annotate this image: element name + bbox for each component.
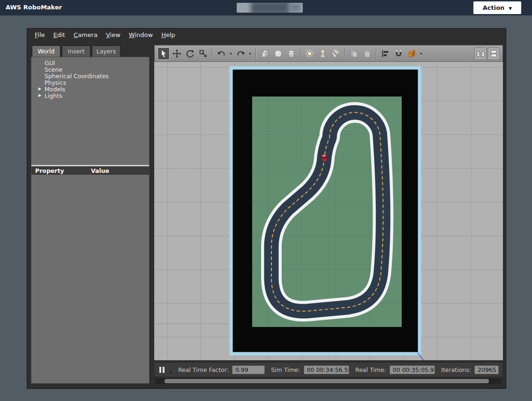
world-panel: GUI Scene Spherical Coordinates Physics … [31,57,150,384]
toolbar-separator [255,48,256,59]
iterations-label: Iterations: [441,366,471,373]
log-icon: LOG [489,49,498,58]
tree-item-label: Lights [45,92,62,99]
snap-button[interactable] [392,47,405,60]
select-tool-button[interactable] [157,47,170,60]
toolbar-separator [345,48,345,59]
real-time-factor-label: Real Time Factor: [178,366,229,373]
undo-icon [217,49,226,58]
view-angle-menu-button[interactable]: ▾ [419,47,424,60]
real-time-label: Real Time: [355,366,386,373]
directional-light-icon [331,49,340,58]
tree-item-lights[interactable]: ▶ Lights [31,92,149,99]
tree-item-label: Spherical Coordinates [45,73,109,80]
horizontal-scrollbar[interactable] [155,378,502,384]
viewport-toolbar: ▾ ▾ [154,45,503,62]
view-angle-button[interactable] [405,47,418,60]
gazebo-window: File Edit Camera View Window Help World … [27,28,506,389]
cursor-icon [159,49,168,58]
tab-layers[interactable]: Layers [92,45,120,57]
pause-button[interactable] [158,366,165,374]
sim-time-value: 00 00:34:56.598 [304,365,350,374]
iterations-value: 20965 [474,365,499,374]
action-button[interactable]: Action ▼ [473,1,521,14]
expander-icon[interactable]: ▶ [38,94,43,97]
menubar: File Edit Camera View Window Help [27,29,506,41]
menu-view[interactable]: View [102,30,125,40]
redo-menu-button[interactable]: ▾ [247,47,253,60]
point-light-icon [305,49,314,58]
tab-insert[interactable]: Insert [62,45,90,57]
tree-item-gui[interactable]: GUI [31,59,149,66]
directional-light-button[interactable] [330,47,342,60]
svg-text:LOG: LOG [491,52,496,55]
scale-icon [199,49,208,58]
screenshot-button[interactable] [474,47,487,60]
undo-button[interactable] [215,47,227,60]
move-icon [172,49,181,58]
tab-world[interactable]: World [32,45,60,57]
spot-light-button[interactable] [316,47,329,60]
simulation-statusbar: Real Time Factor: 0.99 Sim Time: 00 00:3… [154,362,503,377]
redo-button[interactable] [234,47,247,60]
add-cylinder-button[interactable] [285,47,297,60]
brand-title: AWS RoboMaker [6,4,62,11]
toolbar-separator [212,48,212,59]
toolbar-separator [300,48,300,59]
menu-file[interactable]: File [30,30,49,40]
viewport-3d-canvas[interactable] [154,62,503,360]
scrollbar-handle[interactable] [165,379,489,383]
spot-light-icon [318,49,327,58]
menu-window[interactable]: Window [125,30,157,40]
rotate-icon [186,49,195,58]
redo-icon [236,49,245,58]
action-button-label: Action [483,4,505,11]
chevron-down-icon: ▼ [509,6,512,11]
redacted-blur [290,4,300,12]
tree-item-label: GUI [45,59,55,67]
align-button[interactable] [379,47,391,60]
tree-item-scene[interactable]: Scene [31,66,149,73]
magnet-icon [394,49,403,58]
tree-item-label: Physics [45,79,66,86]
menu-camera[interactable]: Camera [69,30,102,40]
tree-item-label: Models [45,86,65,93]
rotate-tool-button[interactable] [184,47,196,60]
add-sphere-button[interactable] [272,47,284,60]
copy-button[interactable] [348,47,360,60]
toolbar-separator [376,48,376,59]
viewport: ▾ ▾ [154,45,503,360]
aws-topbar: AWS RoboMaker Action ▼ [0,0,532,15]
undo-menu-button[interactable]: ▾ [228,47,233,60]
translate-tool-button[interactable] [171,47,183,60]
camera-icon [476,49,485,58]
copy-icon [350,49,359,58]
view-cube-icon [407,49,416,58]
sim-time-label: Sim Time: [271,366,300,373]
tree-item-physics[interactable]: Physics [31,79,149,86]
tree-item-models[interactable]: ▶ Models [31,86,149,92]
sidebar-tabs: World Insert Layers [32,45,120,57]
menu-help[interactable]: Help [157,30,180,40]
value-column-header: Value [87,167,149,174]
real-time-factor-value: 0.99 [232,365,265,374]
point-light-button[interactable] [303,47,315,60]
log-record-button[interactable]: LOG [487,47,500,60]
add-box-button[interactable] [259,47,271,60]
real-time-value: 00 00:35:05.974 [390,365,435,374]
step-button[interactable] [170,372,172,373]
redacted-blur [251,3,289,13]
expander-icon[interactable]: ▶ [38,87,43,91]
cylinder-icon [287,49,296,58]
box-icon [261,49,270,58]
paste-icon [363,49,372,58]
sphere-icon [274,49,283,58]
paste-button[interactable] [361,47,373,60]
scale-tool-button[interactable] [197,47,209,60]
menu-edit[interactable]: Edit [49,30,69,40]
property-table-header: Property Value [31,166,149,175]
align-icon [381,49,390,58]
tree-item-label: Scene [45,66,62,73]
redacted-simulation-name [237,3,303,13]
tree-item-spherical-coordinates[interactable]: Spherical Coordinates [31,73,149,79]
